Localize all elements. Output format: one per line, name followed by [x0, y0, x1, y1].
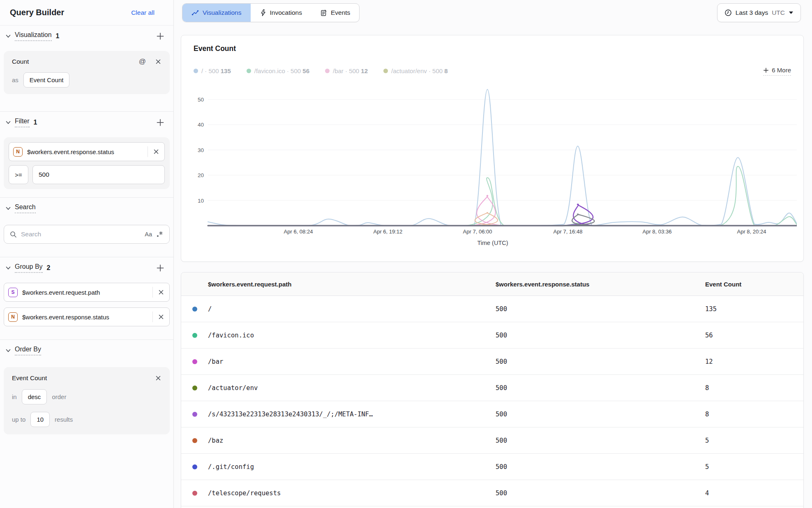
legend-item[interactable]: / · 500 135	[194, 67, 231, 74]
match-case-icon[interactable]: Aa	[145, 231, 152, 238]
remove-order-by-icon[interactable]	[155, 375, 161, 381]
results-label: results	[55, 416, 73, 423]
cell-response-status: 500	[496, 375, 507, 401]
table-row[interactable]: /s/432313e22313e28313e2430313/_/;/META-I…	[181, 401, 803, 427]
regex-icon[interactable]	[156, 231, 164, 238]
add-group-by-button[interactable]	[156, 264, 164, 272]
chevron-down-icon[interactable]	[5, 119, 12, 126]
series-line	[208, 195, 797, 226]
table-row[interactable]: /favicon.ico50056	[181, 322, 803, 349]
cell-request-path: /	[208, 296, 212, 322]
table-row[interactable]: /500135	[181, 296, 803, 322]
cell-event-count: 5	[705, 427, 709, 454]
visualization-section-header: Visualization 1	[0, 25, 173, 46]
clear-all-link[interactable]: Clear all	[131, 9, 155, 16]
chart-title: Event Count	[194, 44, 236, 53]
x-tick-label: Apr 7, 06:00	[463, 229, 492, 235]
remove-filter-icon[interactable]	[153, 148, 159, 155]
tab-invocations[interactable]: Invocations	[251, 4, 311, 22]
add-filter-button[interactable]	[156, 118, 164, 127]
string-type-icon: S	[8, 288, 18, 297]
chevron-down-icon[interactable]	[5, 347, 12, 354]
limit-input[interactable]: 10	[30, 412, 50, 427]
add-visualization-button[interactable]	[156, 32, 164, 40]
group-by-field-select[interactable]: N $workers.event.response.status	[4, 307, 170, 326]
direction-select[interactable]: desc	[22, 389, 47, 404]
table-row[interactable]: /bar50012	[181, 349, 803, 375]
visualization-card: Count @ as Event Count	[4, 51, 170, 94]
table-row[interactable]: /.git/config5005	[181, 454, 803, 480]
legend-series-dot	[383, 69, 388, 73]
remove-visualization-icon[interactable]	[155, 58, 161, 65]
table-header-row: $workers.event.request.path $workers.eve…	[181, 272, 803, 296]
table-row[interactable]: /actuator/env5008	[181, 375, 803, 401]
table-row[interactable]: /telescope/requests5004	[181, 480, 803, 506]
lightning-icon	[260, 9, 266, 16]
cell-response-status: 500	[496, 454, 507, 480]
order-by-section-label[interactable]: Order By	[15, 346, 41, 356]
legend-item[interactable]: /bar · 500 12	[325, 67, 368, 74]
group-by-field-select[interactable]: S $workers.event.request.path	[4, 283, 170, 302]
cell-event-count: 4	[705, 480, 709, 506]
at-mention-icon[interactable]: @	[139, 58, 146, 66]
operator-select[interactable]: >=	[9, 165, 28, 184]
cell-response-status: 500	[496, 401, 507, 427]
cell-event-count: 8	[705, 375, 709, 401]
event-count-chart-panel: Event Count / · 500 135/favicon.ico · 50…	[181, 35, 804, 262]
order-by-section-header: Order By	[0, 340, 173, 360]
results-table-panel: $workers.event.request.path $workers.eve…	[181, 272, 804, 508]
x-tick-label: Apr 6, 19:12	[374, 229, 403, 235]
column-header-event-count[interactable]: Event Count	[705, 272, 741, 296]
in-label: in	[12, 393, 17, 400]
as-label: as	[12, 76, 18, 83]
number-type-icon: N	[13, 147, 23, 157]
y-tick-label: 50	[198, 97, 204, 103]
column-header-request-path[interactable]: $workers.event.request.path	[208, 272, 291, 296]
page-title: Query Builder	[10, 8, 64, 17]
cell-response-status: 500	[496, 296, 507, 322]
series-color-dot	[192, 386, 197, 390]
chevron-down-icon	[789, 11, 794, 14]
search-section-header: Search	[0, 198, 173, 218]
metric-name[interactable]: Count	[12, 58, 29, 65]
filter-value-input[interactable]: 500	[32, 165, 165, 184]
legend-series-label: /bar · 500 12	[333, 67, 368, 74]
alias-input[interactable]: Event Count	[23, 72, 70, 88]
visualization-section-label[interactable]: Visualization	[15, 31, 52, 41]
sidebar-header: Query Builder Clear all	[0, 0, 173, 25]
visualization-count-badge: 1	[56, 32, 60, 40]
time-range-selector[interactable]: Last 3 days UTC	[717, 3, 801, 22]
chevron-down-icon[interactable]	[5, 205, 12, 212]
filter-section-label[interactable]: Filter	[15, 118, 30, 127]
column-header-response-status[interactable]: $workers.event.response.status	[496, 272, 589, 296]
x-tick-label: Apr 6, 08:24	[284, 229, 313, 235]
filter-field-select[interactable]: N $workers.event.response.status	[9, 142, 165, 161]
order-by-field[interactable]: Event Count	[12, 374, 47, 382]
search-input[interactable]	[21, 231, 141, 238]
up-to-label: up to	[12, 416, 25, 423]
table-body: /500135/favicon.ico50056/bar50012/actuat…	[181, 296, 803, 506]
chevron-down-icon[interactable]	[5, 265, 12, 271]
cell-request-path: /s/432313e22313e28313e2430313/_/;/META-I…	[208, 401, 373, 427]
tab-visualizations[interactable]: Visualizations	[182, 4, 251, 22]
event-count-line-chart[interactable]: 1020304050Apr 6, 08:24Apr 6, 19:12Apr 7,…	[189, 74, 797, 239]
cell-event-count: 56	[705, 322, 713, 349]
table-row[interactable]: /baz5005	[181, 427, 803, 454]
remove-group-by-icon[interactable]	[158, 289, 164, 296]
timezone-label: UTC	[772, 9, 785, 16]
search-box: Aa	[4, 225, 170, 244]
cell-request-path: /bar	[208, 349, 223, 375]
tab-events[interactable]: Events	[311, 4, 359, 22]
group-by-field-name: $workers.event.response.status	[22, 314, 109, 321]
remove-group-by-icon[interactable]	[158, 314, 164, 320]
order-by-card: Event Count in desc order up to 10 resul…	[4, 367, 170, 434]
order-label: order	[52, 393, 66, 400]
legend-item[interactable]: /favicon.ico · 500 56	[247, 67, 309, 74]
legend-series-label: /actuator/env · 500 8	[391, 67, 448, 74]
events-doc-icon	[320, 9, 327, 16]
group-by-section-label[interactable]: Group By	[15, 263, 43, 273]
chevron-down-icon[interactable]	[5, 33, 12, 39]
x-tick-label: Apr 7, 16:48	[554, 229, 583, 235]
legend-item[interactable]: /actuator/env · 500 8	[383, 67, 448, 74]
search-section-label[interactable]: Search	[15, 203, 36, 213]
